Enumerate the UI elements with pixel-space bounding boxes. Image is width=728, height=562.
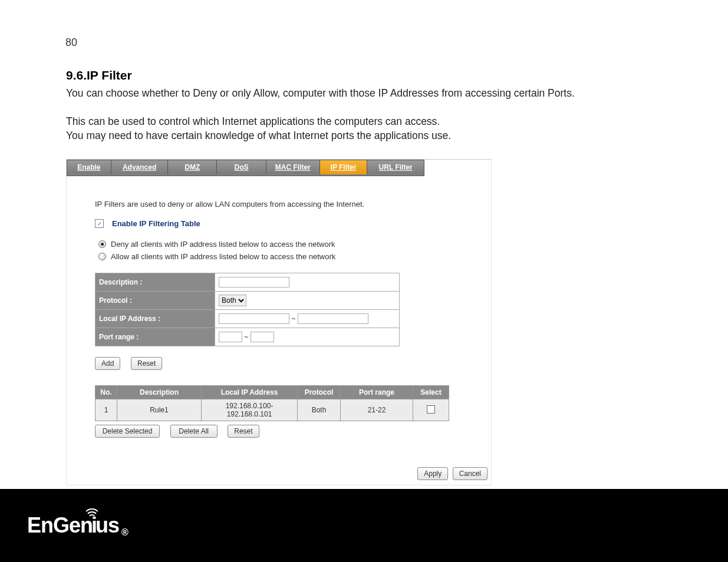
rules-header-port-range: Port range <box>341 386 413 399</box>
delete-all-button[interactable]: Delete All <box>170 425 218 438</box>
cancel-button[interactable]: Cancel <box>453 467 487 480</box>
form-label-description: Description : <box>95 273 215 292</box>
rule-local-ip: 192.168.0.100-192.168.0.101 <box>202 399 298 421</box>
intro-paragraph-1: You can choose whether to Deny or only A… <box>66 87 575 100</box>
tab-dos[interactable]: DoS <box>217 160 266 174</box>
protocol-select[interactable]: Both <box>219 295 246 306</box>
panel-description: IP Filters are used to deny or allow LAN… <box>95 200 483 209</box>
reset-rules-button[interactable]: Reset <box>228 425 259 438</box>
table-row: 1 Rule1 192.168.0.100-192.168.0.101 Both… <box>95 399 449 421</box>
rules-table: No. Description Local IP Address Protoco… <box>95 385 449 421</box>
tab-ip-filter[interactable]: IP Filter <box>320 160 368 174</box>
ip-filter-form: Description : Protocol : Both Local IP A… <box>95 273 400 346</box>
rules-header-no: No. <box>95 386 117 399</box>
form-label-protocol: Protocol : <box>95 292 215 310</box>
rules-header-select: Select <box>413 386 449 399</box>
rule-protocol: Both <box>298 399 341 421</box>
tab-url-filter[interactable]: URL Filter <box>367 160 424 174</box>
range-separator: ~ <box>244 333 248 341</box>
form-label-port-range: Port range : <box>95 328 215 346</box>
rule-select-checkbox[interactable] <box>427 405 435 414</box>
local-ip-to-input[interactable] <box>298 313 368 324</box>
rule-no: 1 <box>95 399 117 421</box>
rules-header-local-ip: Local IP Address <box>202 386 298 399</box>
intro-paragraph-3: You may need to have certain knowledge o… <box>66 130 451 142</box>
page-number: 80 <box>65 37 77 49</box>
rule-description: Rule1 <box>117 399 202 421</box>
section-title: 9.6.IP Filter <box>66 68 132 82</box>
router-ui-screenshot: Enable Advanced DMZ DoS MAC Filter IP Fi… <box>66 159 492 485</box>
port-to-input[interactable] <box>251 332 274 342</box>
rule-port-range: 21-22 <box>341 399 413 421</box>
registered-mark: ® <box>121 527 128 538</box>
radio-allow-label: Allow all clients with IP address listed… <box>111 252 335 261</box>
footer: EnGenius® <box>0 489 728 562</box>
enable-ip-filtering-checkbox[interactable]: ✓ <box>95 219 104 228</box>
radio-deny[interactable] <box>98 240 106 248</box>
local-ip-from-input[interactable] <box>219 313 289 324</box>
tab-dmz[interactable]: DMZ <box>168 160 217 174</box>
description-input[interactable] <box>219 277 289 287</box>
range-separator: ~ <box>291 315 295 323</box>
intro-paragraph-2: This can be used to control which Intern… <box>66 115 440 128</box>
form-label-local-ip: Local IP Address : <box>95 310 215 328</box>
wifi-arcs-icon <box>83 507 99 519</box>
engenius-logo: EnGenius® <box>27 513 128 538</box>
radio-allow[interactable] <box>98 253 106 260</box>
port-from-input[interactable] <box>219 332 242 342</box>
enable-ip-filtering-label: Enable IP Filtering Table <box>112 219 200 228</box>
radio-deny-label: Deny all clients with IP address listed … <box>111 240 335 249</box>
reset-button[interactable]: Reset <box>131 357 162 370</box>
add-button[interactable]: Add <box>95 357 120 370</box>
apply-button[interactable]: Apply <box>417 467 448 480</box>
rules-header-description: Description <box>117 386 202 399</box>
tab-mac-filter[interactable]: MAC Filter <box>266 160 320 174</box>
delete-selected-button[interactable]: Delete Selected <box>95 425 160 438</box>
tab-bar: Enable Advanced DMZ DoS MAC Filter IP Fi… <box>67 160 424 176</box>
tab-advanced[interactable]: Advanced <box>111 160 169 174</box>
rules-header-protocol: Protocol <box>298 386 341 399</box>
tab-enable[interactable]: Enable <box>67 160 111 174</box>
